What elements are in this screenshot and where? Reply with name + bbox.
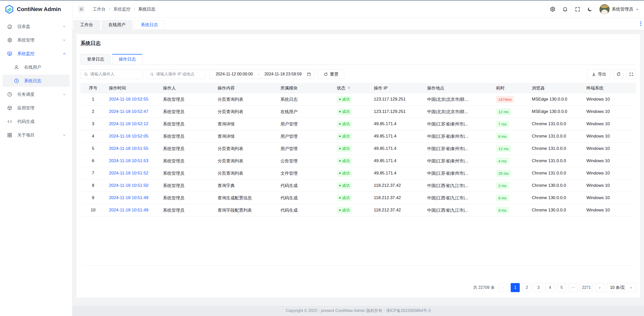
sidebar-item-code-generation[interactable]: 代码生成 xyxy=(3,115,70,127)
cell-content: 查询详情 xyxy=(214,133,277,139)
breadcrumb-item[interactable]: 系统监控 xyxy=(113,6,131,12)
cell-ip: 49.85.171.4 xyxy=(371,146,424,151)
table-header-row: 序号 操作时间 操作人 操作内容 所属模块 状态 操作 IP xyxy=(80,83,636,93)
refresh-icon xyxy=(616,72,621,76)
cell-status: 成功 xyxy=(334,145,371,152)
breadcrumb-item-current: 系统日志 xyxy=(138,6,155,12)
cell-browser: MSEdge 130.0.0.0 xyxy=(529,97,583,102)
cell-time-link[interactable]: 2024-11-18 10:51:50 xyxy=(109,183,148,188)
cell-time-link[interactable]: 2024-11-18 10:52:55 xyxy=(109,97,148,102)
sidebar-item-dashboard[interactable]: 仪表盘 xyxy=(3,20,70,32)
cell-time-link[interactable]: 2024-11-18 10:51:52 xyxy=(109,171,148,175)
dashboard-icon xyxy=(7,24,12,29)
date-range-separator: - xyxy=(258,72,259,76)
tab-workbench[interactable]: 工作台 xyxy=(73,20,100,29)
notification-bell-icon[interactable] xyxy=(562,6,568,12)
col-header-browser: 浏览器 xyxy=(529,85,583,91)
cell-duration: 1474ms xyxy=(493,96,529,103)
ip-search-input[interactable] xyxy=(156,72,203,76)
cell-status: 成功 xyxy=(334,108,371,115)
cell-location: 中国|江西省|九江市|... xyxy=(424,195,493,201)
table-refresh-button[interactable] xyxy=(614,69,623,79)
cell-duration: 9 ms xyxy=(493,207,529,214)
sidebar-item-online-users[interactable]: 在线用户 xyxy=(3,61,70,73)
logo-icon xyxy=(5,5,14,14)
cell-time-link[interactable]: 2024-11-18 10:51:49 xyxy=(109,195,148,200)
duration-badge: 2 ms xyxy=(496,182,509,189)
sidebar-item-task-schedule[interactable]: 任务调度 xyxy=(3,88,70,100)
sidebar-item-system-log[interactable]: 系统日志 xyxy=(3,75,70,87)
cell-no: 4 xyxy=(80,134,106,139)
date-range-picker[interactable]: 2024-11-12 00:00:00 - 2024-11-18 23:59:5… xyxy=(209,69,314,79)
cell-content: 查询生成配置信息 xyxy=(214,195,277,201)
sidebar-item-app-management[interactable]: 应用管理 xyxy=(3,102,70,114)
duration-badge: 6 ms xyxy=(496,195,509,201)
cell-location: 中国|江苏省|泰州市|... xyxy=(424,133,493,139)
cell-os: Windows 10 xyxy=(583,171,636,176)
subtab-operation-log[interactable]: 操作日志 xyxy=(112,54,142,64)
cell-content: 分页查询列表 xyxy=(214,109,277,115)
cell-status: 成功 xyxy=(334,96,371,103)
app-logo[interactable]: ContiNew Admin xyxy=(0,1,72,18)
pagination-page-button[interactable]: 2 xyxy=(522,283,531,292)
status-badge: 成功 xyxy=(337,121,352,127)
screen: ContiNew Admin 仪表盘 系统管理 xyxy=(0,0,644,316)
operator-search-input[interactable] xyxy=(90,72,140,76)
export-button[interactable]: 导出 xyxy=(587,69,611,79)
duration-badge: 12 ms xyxy=(496,108,511,115)
tab-online-users[interactable]: 在线用户 xyxy=(102,20,132,29)
breadcrumb-separator: / xyxy=(134,7,135,12)
cell-time-link[interactable]: 2024-11-18 10:51:53 xyxy=(109,158,148,163)
breadcrumb-item[interactable]: 工作台 xyxy=(93,6,106,12)
tab-system-log[interactable]: 系统日志 xyxy=(134,20,165,29)
filter-funnel-icon[interactable] xyxy=(347,86,351,90)
table-fullscreen-button[interactable] xyxy=(626,69,636,79)
cell-ip: 118.212.37.42 xyxy=(371,183,424,188)
cell-status: 成功 xyxy=(334,195,371,201)
pagination-page-button[interactable]: 1 xyxy=(511,283,520,292)
duration-badge: 25 ms xyxy=(496,170,511,177)
subtab-login-log[interactable]: 登录日志 xyxy=(80,54,111,64)
operator-search-field[interactable] xyxy=(80,69,143,79)
cell-module: 文件管理 xyxy=(277,170,334,176)
settings-gear-icon[interactable] xyxy=(550,6,555,12)
status-dot xyxy=(339,160,341,162)
cell-time-link[interactable]: 2024-11-18 10:52:05 xyxy=(109,134,148,139)
cell-time-link[interactable]: 2024-11-18 10:52:12 xyxy=(109,121,148,126)
col-header-content: 操作内容 xyxy=(214,85,277,91)
reset-button[interactable]: 重置 xyxy=(318,69,344,79)
table-empty-space xyxy=(80,216,636,266)
pagination-page-button[interactable]: 2271 xyxy=(580,283,593,292)
pagination-page-button[interactable]: 4 xyxy=(545,283,554,292)
status-dot xyxy=(339,111,341,112)
pagination-page-button[interactable]: 5 xyxy=(557,283,566,292)
cell-time-link[interactable]: 2024-11-18 10:51:55 xyxy=(109,146,148,151)
ip-search-field[interactable] xyxy=(146,69,206,79)
sidebar-item-label: 任务调度 xyxy=(17,92,34,97)
sidebar-menu: 仪表盘 系统管理 xyxy=(0,18,72,143)
pagination-prev-button[interactable]: ‹ xyxy=(499,283,508,292)
page-size-select[interactable]: 10 条/页 xyxy=(607,283,636,292)
fullscreen-icon[interactable] xyxy=(575,7,580,12)
content-area: 系统日志 登录日志 操作日志 xyxy=(72,30,644,306)
col-header-location: 操作地点 xyxy=(424,85,493,91)
gear-icon xyxy=(7,37,12,43)
cell-operator: 系统管理员 xyxy=(160,195,214,201)
sidebar-item-system-monitor[interactable]: 系统监控 xyxy=(3,48,70,60)
topbar: 工作台 / 系统监控 / 系统日志 xyxy=(72,1,644,18)
sidebar-collapse-button[interactable] xyxy=(78,6,85,13)
pagination-next-button[interactable]: › xyxy=(595,283,604,292)
user-menu[interactable]: 系统管理员 xyxy=(599,4,639,14)
sidebar-item-about-project[interactable]: 关于项目 xyxy=(3,129,70,141)
pagination-ellipsis-button[interactable]: ··· xyxy=(569,283,578,292)
status-dot xyxy=(339,197,341,199)
pagination-page-button[interactable]: 3 xyxy=(534,283,543,292)
cell-location: 中国|江西省|九江市|... xyxy=(424,183,493,189)
cell-browser: Chrome 131.0.0.0 xyxy=(529,121,583,126)
page-title: 系统日志 xyxy=(80,34,636,47)
cell-time-link[interactable]: 2024-11-18 10:51:49 xyxy=(109,208,148,212)
cell-time-link[interactable]: 2024-11-18 10:52:47 xyxy=(109,109,148,114)
tab-more-menu-icon[interactable] xyxy=(640,21,641,26)
dark-mode-moon-icon[interactable] xyxy=(587,7,593,12)
sidebar-item-system-management[interactable]: 系统管理 xyxy=(3,34,70,46)
